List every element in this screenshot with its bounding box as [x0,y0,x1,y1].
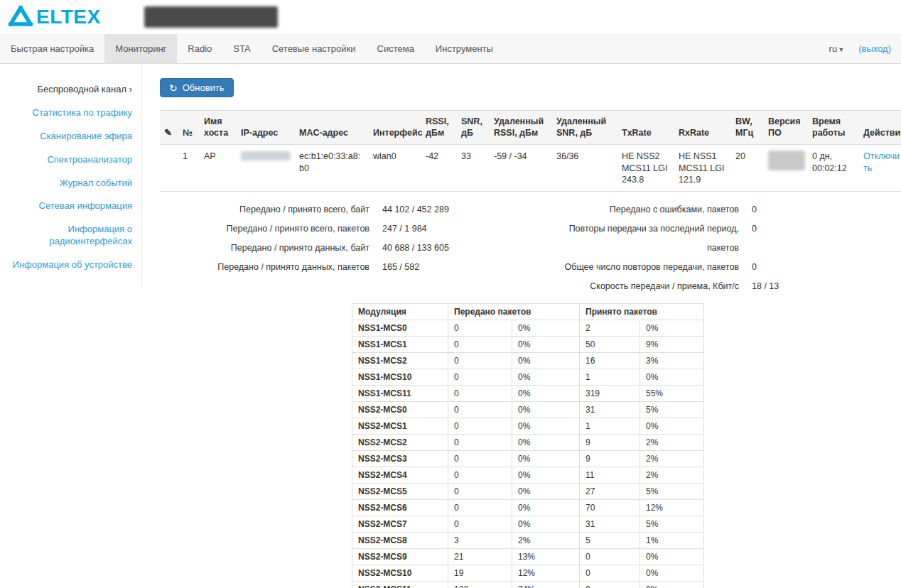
logout-link[interactable]: (выход) [858,43,891,54]
nav-tab[interactable]: Система [367,34,425,63]
tx-count: 0 [448,451,512,467]
stat-value: 165 / 582 [369,258,419,277]
modulation-table: Модуляция Передано пакетов Принято пакет… [352,303,704,588]
refresh-icon: ↻ [169,83,178,93]
stat-row: Скорость передачи / приема, Кбит/с 18 / … [544,277,897,296]
sidebar-item[interactable]: Информация о радиоинтерфейсах [0,218,141,254]
modulation-name: NSS1-MCS2 [352,353,448,369]
stat-label: Передано / принято всего, байт [160,200,369,219]
modulation-name: NSS2-MCS0 [352,402,448,418]
nav-tab[interactable]: Инструменты [425,34,504,63]
modulation-row: NSS2-MCS0 0 0% 31 5% [352,402,704,418]
nav-tab[interactable]: STA [222,34,261,63]
stats-column-right: Передано с ошибками, пакетов 0 Повторы п… [544,200,897,296]
tx-count: 0 [448,467,512,484]
sidebar-item[interactable]: Сканирование эфира [0,125,141,148]
tx-percent: 12% [512,565,580,582]
stat-row: Повторы передачи за последний период, па… [544,219,897,258]
tx-count: 0 [448,435,512,451]
sidebar-section-wireless-channel[interactable]: Беспроводной канал › [0,78,141,102]
stat-row: Общее число повторов передачи, пакетов 0 [544,258,897,277]
client-snr: 33 [457,145,490,192]
modulation-name: NSS2-MCS11 [352,582,448,588]
rx-count: 0 [580,565,640,582]
tx-percent: 0% [512,500,580,516]
stat-value: 18 / 13 [739,277,779,296]
modulation-row: NSS2-MCS7 0 0% 31 5% [352,516,704,533]
rx-percent: 0% [640,549,704,565]
tx-count: 0 [448,402,512,418]
rx-count: 1 [580,418,640,435]
nav-tab-label: Инструменты [436,43,493,54]
stat-row: Передано / принято данных, байт 40 688 /… [160,239,544,258]
tx-percent: 74% [512,582,580,588]
modulation-header-row: Модуляция Передано пакетов Принято пакет… [352,304,704,320]
col-rssi: RSSI, дБм [421,111,457,145]
modulation-row: NSS1-MCS1 0 0% 50 9% [352,337,704,353]
modulation-table-body: NSS1-MCS0 0 0% 2 0% NSS1-MCS1 0 0% 50 9% [352,320,704,588]
modulation-name: NSS2-MCS10 [352,565,448,582]
traffic-stats: Передано / принято всего, байт 44 102 / … [160,200,897,296]
modulation-name: NSS2-MCS1 [352,418,448,435]
rx-count: 1 [580,369,640,386]
rx-count: 2 [580,320,640,337]
modulation-row: NSS1-MCS0 0 0% 2 0% [352,320,704,337]
col-num: № [178,111,200,145]
modulation-row: NSS2-MCS8 3 2% 5 1% [352,533,704,549]
nav-tab[interactable]: Radio [177,34,222,63]
sidebar-item[interactable]: Журнал событий [0,172,141,195]
eltex-logo-icon [7,4,34,31]
tx-count: 0 [448,484,512,500]
modulation-row: NSS1-MCS10 0 0% 1 0% [352,369,704,386]
main-panel: ↻ Обновить ✎ № Имя хоста IP-адрес MAC-ад… [142,64,901,588]
nav-tab[interactable]: Быстрая настройка [0,34,104,63]
sidebar-item[interactable]: Сетевая информация [0,195,141,218]
rx-percent: 0% [640,369,704,386]
modulation-row: NSS2-MCS4 0 0% 11 2% [352,467,704,484]
rx-count: 11 [580,467,640,484]
client-txrate: HE NSS2 MCS11 LGI 243.8 [617,145,674,192]
disconnect-link[interactable]: Отключить [863,151,900,173]
nav-tab-label: Быстрая настройка [11,43,94,54]
col-mac: MAC-адрес [295,111,369,145]
client-edit-cell [160,145,178,192]
language-selector[interactable]: ru▾ [829,43,843,54]
client-ip-cell [237,145,295,192]
col-txrate: TxRate [617,111,674,145]
tx-count: 21 [448,549,512,565]
client-remote-snr: 36/36 [552,145,617,192]
modulation-row: NSS2-MCS11 122 74% 0 0% [352,582,704,588]
refresh-button[interactable]: ↻ Обновить [160,78,234,97]
modulation-name: NSS2-MCS9 [352,549,448,565]
sidebar-item[interactable]: Информация об устройстве [0,254,141,277]
tx-count: 0 [448,337,512,353]
redacted-device-name [144,6,278,28]
nav-tab[interactable]: Мониторинг [104,34,177,63]
modulation-name: NSS1-MCS1 [352,337,448,353]
sidebar-item[interactable]: Статистика по трафику [0,102,141,125]
client-num: 1 [178,145,200,192]
stat-row: Передано / принято данных, пакетов 165 /… [160,258,544,277]
modulation-row: NSS2-MCS3 0 0% 9 2% [352,451,704,467]
tx-count: 0 [448,516,512,533]
rx-count: 0 [580,582,640,588]
rx-count: 5 [580,533,640,549]
rx-percent: 2% [640,435,704,451]
clients-table: ✎ № Имя хоста IP-адрес MAC-адрес Интерфе… [160,110,901,192]
main-navbar: Быстрая настройка Мониторинг Radio STA С… [0,34,901,64]
tx-percent: 0% [512,516,580,533]
col-rxrate: RxRate [674,111,731,145]
sidebar-item[interactable]: Спектроанализатор [0,148,141,172]
edit-icon: ✎ [164,127,172,138]
stat-value: 44 102 / 452 289 [369,200,449,219]
rx-percent: 0% [640,320,704,337]
client-row: 1 AP ec:b1:e0:33:a8:b0 wlan0 -42 33 -59 … [160,145,901,192]
client-action-cell: Отключить [859,145,901,192]
redacted-ip-address [241,151,291,160]
nav-tab[interactable]: Сетевые настройки [261,34,367,63]
rx-percent: 9% [640,337,704,353]
modulation-row: NSS1-MCS11 0 0% 319 55% [352,386,704,402]
modulation-row: NSS2-MCS1 0 0% 1 0% [352,418,704,435]
rx-percent: 5% [640,484,704,500]
modulation-name: NSS2-MCS3 [352,451,448,467]
